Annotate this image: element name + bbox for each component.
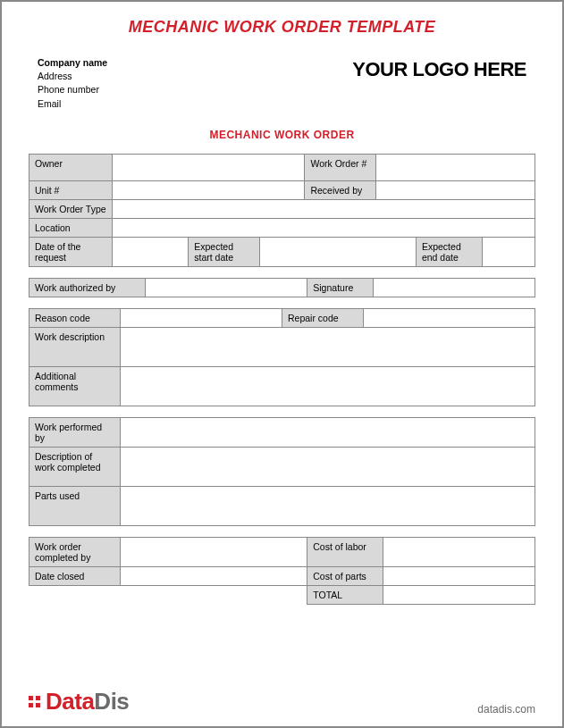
field-reason-code[interactable] [120,308,282,327]
label-authorized-by: Work authorized by [29,278,146,297]
field-expected-start[interactable] [259,237,416,266]
footer: DataDis datadis.com [29,688,535,715]
field-work-description[interactable] [120,327,535,366]
field-signature[interactable] [373,278,535,297]
label-owner: Owner [29,154,113,180]
section-work-performed: Work performed by Description of work co… [29,417,535,526]
label-work-order-num: Work Order # [305,154,375,180]
field-parts-used[interactable] [120,486,535,525]
spacer-cell [29,585,307,604]
label-cost-labor: Cost of labor [307,537,383,566]
label-work-performed-by: Work performed by [29,417,121,447]
label-location: Location [29,218,113,237]
section-costs: Work order completed by Cost of labor Da… [29,537,535,605]
label-reason-code: Reason code [29,308,121,327]
page-container: MECHANIC WORK ORDER TEMPLATE Company nam… [0,0,564,728]
section-description: Reason code Repair code Work description… [29,308,535,406]
field-work-performed-by[interactable] [120,417,535,447]
field-cost-parts[interactable] [383,566,535,585]
label-expected-start: Expected start date [189,237,259,266]
field-received-by[interactable] [375,180,535,199]
logo-placeholder: YOUR LOGO HERE [352,58,526,81]
brand-text: DataDis [46,688,129,715]
email-label: Email [38,97,107,111]
label-total: TOTAL [307,585,383,604]
field-additional-comments[interactable] [120,366,535,406]
field-total[interactable] [383,585,535,604]
field-unit-num[interactable] [113,180,305,199]
field-date-request[interactable] [113,237,189,266]
label-signature: Signature [307,278,374,297]
label-received-by: Received by [305,180,375,199]
section-header-info: Owner Work Order # Unit # Received by Wo… [29,154,535,267]
label-work-order-type: Work Order Type [29,199,113,218]
field-authorized-by[interactable] [146,278,307,297]
label-cost-parts: Cost of parts [307,566,383,585]
label-work-description: Work description [29,327,121,366]
field-date-closed[interactable] [120,566,307,585]
field-location[interactable] [113,218,535,237]
brand-logo: DataDis [29,688,129,715]
field-work-order-type[interactable] [113,199,535,218]
field-work-order-num[interactable] [375,154,535,180]
label-expected-end: Expected end date [416,237,482,266]
label-completed-by: Work order completed by [29,537,121,566]
company-block: Company name Address Phone number Email [38,56,107,111]
field-completed-by[interactable] [120,537,307,566]
field-expected-end[interactable] [482,237,535,266]
site-url: datadis.com [477,703,535,715]
main-title: MECHANIC WORK ORDER TEMPLATE [29,18,535,37]
address-label: Address [38,70,107,83]
label-unit-num: Unit # [29,180,113,199]
field-cost-labor[interactable] [383,537,535,566]
header-row: Company name Address Phone number Email … [38,56,526,111]
field-description-completed[interactable] [120,447,535,486]
label-repair-code: Repair code [282,308,363,327]
field-repair-code[interactable] [363,308,535,327]
label-additional-comments: Additional comments [29,366,121,406]
field-owner[interactable] [113,154,305,180]
subheader: MECHANIC WORK ORDER [29,129,535,141]
label-parts-used: Parts used [29,486,121,525]
company-name-label: Company name [38,56,107,70]
brand-dots-icon [29,696,40,707]
label-description-completed: Description of work completed [29,447,121,486]
label-date-request: Date of the request [29,237,113,266]
section-authorization: Work authorized by Signature [29,278,535,297]
label-date-closed: Date closed [29,566,121,585]
phone-label: Phone number [38,83,107,96]
